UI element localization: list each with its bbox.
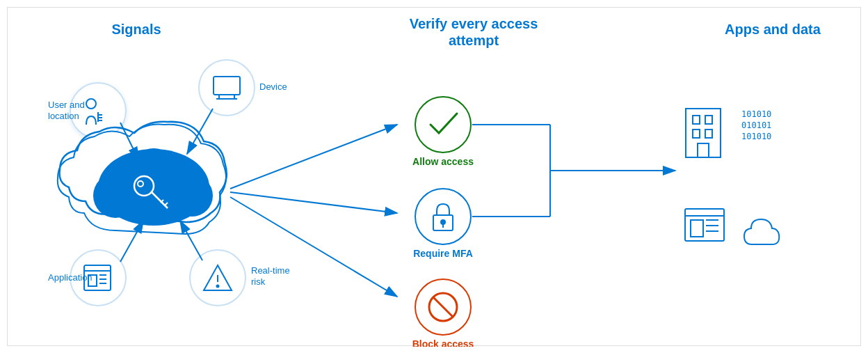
svg-rect-41 bbox=[698, 143, 709, 157]
verify-title-2: attempt bbox=[449, 33, 499, 48]
label-block: Block access bbox=[412, 338, 474, 347]
building-icon bbox=[686, 109, 721, 157]
svg-rect-38 bbox=[705, 116, 712, 124]
arrow-cloud-mfa bbox=[230, 192, 397, 213]
label-user: User and bbox=[48, 100, 85, 110]
data-binary-icon: 101010 010101 101010 bbox=[741, 109, 771, 141]
app-window-icon bbox=[685, 209, 724, 241]
svg-point-32 bbox=[441, 220, 445, 224]
label-app: Application bbox=[48, 272, 93, 283]
svg-text:101010: 101010 bbox=[741, 132, 771, 141]
label-allow: Allow access bbox=[412, 156, 474, 167]
svg-rect-24 bbox=[110, 194, 196, 214]
label-device: Device bbox=[259, 81, 287, 92]
cloud-shape bbox=[58, 122, 227, 234]
label-location: location bbox=[48, 111, 79, 121]
svg-rect-47 bbox=[691, 220, 703, 237]
label-mfa: Require MFA bbox=[413, 248, 473, 259]
label-risk-1: Real-time bbox=[251, 265, 290, 276]
mfa-circle bbox=[415, 189, 471, 244]
svg-text:101010: 101010 bbox=[741, 109, 771, 119]
diagram-container: Signals Verify every access attempt Apps… bbox=[7, 7, 861, 346]
verify-title: Verify every access bbox=[410, 16, 538, 31]
signals-title: Signals bbox=[111, 22, 161, 37]
svg-point-17 bbox=[217, 285, 219, 288]
apps-title: Apps and data bbox=[725, 22, 821, 37]
svg-text:010101: 010101 bbox=[741, 120, 771, 130]
svg-rect-36 bbox=[686, 109, 721, 157]
svg-rect-37 bbox=[693, 116, 700, 124]
cloud-apps-icon bbox=[744, 219, 779, 244]
allow-circle bbox=[415, 97, 471, 152]
device-circle bbox=[199, 60, 255, 116]
svg-rect-40 bbox=[705, 130, 712, 138]
label-risk-2: risk bbox=[251, 276, 266, 287]
arrow-cloud-allow bbox=[230, 125, 397, 189]
svg-rect-39 bbox=[693, 130, 700, 138]
